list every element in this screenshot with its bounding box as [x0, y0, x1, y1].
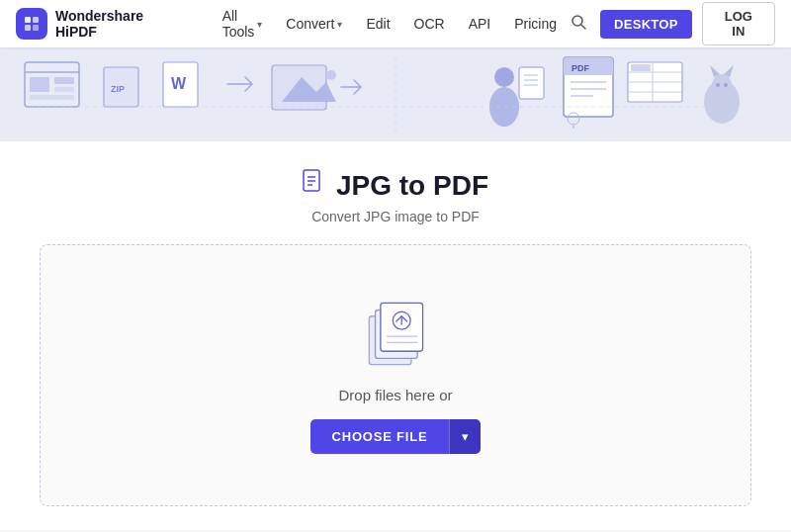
nav-edit[interactable]: Edit — [356, 10, 399, 38]
chevron-down-icon: ▾ — [462, 429, 469, 444]
title-row: JPG to PDF — [303, 169, 488, 203]
svg-line-5 — [581, 25, 585, 29]
svg-rect-0 — [25, 17, 31, 23]
svg-rect-2 — [25, 25, 31, 31]
navbar: Wondershare HiPDF All Tools ▾ Convert ▾ … — [0, 0, 791, 47]
nav-actions: DESKTOP LOG IN — [567, 2, 775, 45]
main-content: JPG to PDF Convert JPG image to PDF — [0, 141, 791, 530]
svg-text:ZIP: ZIP — [111, 84, 125, 94]
desktop-button[interactable]: DESKTOP — [600, 10, 692, 39]
nav-ocr[interactable]: OCR — [404, 10, 455, 38]
search-icon[interactable] — [567, 10, 590, 38]
drop-zone: Drop files here or CHOOSE FILE ▾ — [40, 244, 751, 506]
logo-link[interactable]: Wondershare HiPDF — [16, 8, 189, 40]
chevron-down-icon: ▾ — [257, 19, 262, 30]
svg-rect-11 — [54, 87, 74, 92]
choose-file-dropdown-button[interactable]: ▾ — [449, 419, 481, 454]
login-button[interactable]: LOG IN — [702, 2, 775, 45]
nav-all-tools[interactable]: All Tools ▾ — [213, 2, 273, 45]
choose-file-button-row: CHOOSE FILE ▾ — [310, 419, 482, 454]
choose-file-button[interactable]: CHOOSE FILE — [310, 419, 450, 454]
svg-point-19 — [326, 70, 336, 80]
svg-text:W: W — [171, 75, 187, 92]
nav-menu: All Tools ▾ Convert ▾ Edit OCR API Prici… — [213, 2, 567, 45]
svg-rect-10 — [54, 77, 74, 84]
page-subtitle: Convert JPG image to PDF — [311, 209, 480, 224]
nav-api[interactable]: API — [459, 10, 501, 38]
logo-text: Wondershare HiPDF — [55, 8, 189, 40]
svg-rect-3 — [33, 25, 39, 31]
nav-convert[interactable]: Convert ▾ — [276, 10, 352, 38]
file-icon — [303, 169, 326, 203]
svg-rect-1 — [33, 17, 39, 23]
page-title: JPG to PDF — [336, 170, 488, 202]
svg-point-35 — [712, 74, 732, 96]
svg-rect-22 — [519, 67, 544, 99]
svg-rect-60 — [381, 303, 423, 351]
svg-text:PDF: PDF — [571, 63, 590, 73]
svg-point-20 — [494, 67, 514, 87]
hero-banner: ZIP W PDF — [0, 47, 791, 141]
upload-illustration — [356, 297, 435, 371]
svg-point-39 — [724, 83, 728, 87]
svg-rect-9 — [30, 77, 49, 92]
svg-point-38 — [716, 83, 720, 87]
logo-icon — [16, 8, 47, 40]
chevron-down-icon: ▾ — [337, 19, 342, 30]
drop-text: Drop files here or — [338, 387, 452, 403]
nav-pricing[interactable]: Pricing — [504, 10, 567, 38]
svg-rect-12 — [30, 95, 74, 100]
svg-rect-45 — [631, 64, 651, 71]
